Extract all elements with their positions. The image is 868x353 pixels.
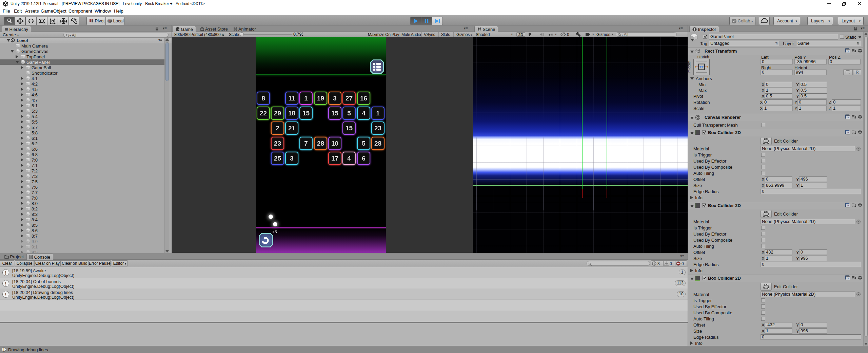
svg-text:,: , <box>862 51 862 53</box>
svg-text:?: ? <box>847 131 849 134</box>
svg-text:,: , <box>862 133 862 135</box>
svg-text:,: , <box>862 206 862 208</box>
svg-text:,: , <box>862 117 862 119</box>
svg-text:?: ? <box>847 50 849 53</box>
svg-text:,: , <box>862 278 862 280</box>
svg-text:?: ? <box>847 277 849 280</box>
svg-text:?: ? <box>847 204 849 207</box>
svg-text:?: ? <box>847 116 849 119</box>
